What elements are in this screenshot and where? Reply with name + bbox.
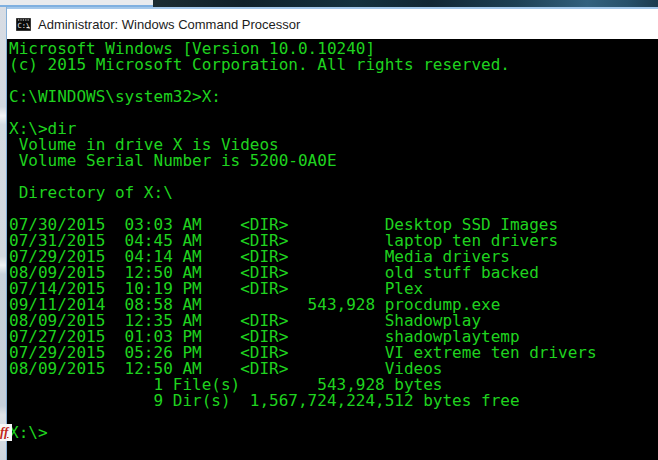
window-title: Administrator: Windows Command Processor (38, 17, 300, 32)
console-line: Directory of X:\ (9, 185, 658, 201)
background-text-fragment: ff (0, 424, 12, 441)
console-line (9, 105, 658, 121)
cmd-icon: C:\ (16, 18, 31, 31)
svg-text:C:\: C:\ (18, 22, 31, 30)
console-line (9, 409, 658, 425)
console-line: Volume Serial Number is 5200-0A0E (9, 153, 658, 169)
titlebar[interactable]: C:\ Administrator: Windows Command Proce… (7, 9, 658, 39)
console-output[interactable]: Microsoft Windows [Version 10.0.10240] (… (7, 39, 658, 460)
desktop: ff C:\ Administrator: Windows Command Pr… (0, 0, 658, 460)
background-window-edge-top (0, 0, 153, 7)
dir-summary-dirs: 9 Dir(s) 1,567,724,224,512 bytes free (9, 393, 658, 409)
background-window-edge-left (0, 7, 7, 460)
console-line: (c) 2015 Microsoft Corporation. All righ… (9, 57, 658, 73)
console-line: C:\WINDOWS\system32>X: (9, 89, 658, 105)
cmd-window: C:\ Administrator: Windows Command Proce… (7, 7, 658, 460)
command-prompt: X:\> (9, 425, 658, 441)
